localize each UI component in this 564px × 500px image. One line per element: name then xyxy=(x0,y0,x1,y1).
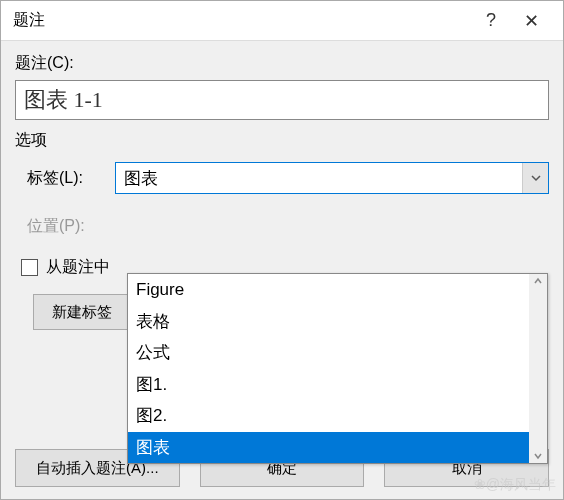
checkbox-box[interactable] xyxy=(21,259,38,276)
dropdown-scrollbar[interactable] xyxy=(529,274,547,463)
position-field-label: 位置(P): xyxy=(15,216,115,237)
dialog-content: 题注(C): 选项 标签(L): 图表 位置(P): 从题注中 新建标签 Fig… xyxy=(1,41,563,449)
dropdown-item-selected[interactable]: 图表 xyxy=(128,432,547,464)
help-icon[interactable]: ? xyxy=(471,10,511,31)
label-combobox-text: 图表 xyxy=(116,167,522,190)
caption-input[interactable] xyxy=(15,80,549,120)
position-option-row: 位置(P): xyxy=(15,209,549,243)
dropdown-item[interactable]: Figure xyxy=(128,274,547,306)
dropdown-item[interactable]: 公式 xyxy=(128,337,547,369)
options-section-label: 选项 xyxy=(15,130,549,151)
chevron-down-icon[interactable] xyxy=(522,163,548,193)
caption-label: 题注(C): xyxy=(15,53,549,74)
chevron-up-icon xyxy=(534,277,542,285)
new-label-button[interactable]: 新建标签 xyxy=(33,294,131,330)
chevron-down-icon xyxy=(534,452,542,460)
label-option-row: 标签(L): 图表 xyxy=(15,161,549,195)
label-dropdown-list[interactable]: Figure 表格 公式 图1. 图2. 图表 xyxy=(127,273,548,464)
close-icon[interactable]: ✕ xyxy=(511,10,551,32)
dropdown-item[interactable]: 表格 xyxy=(128,306,547,338)
label-field-label: 标签(L): xyxy=(15,168,115,189)
dropdown-item[interactable]: 图2. xyxy=(128,400,547,432)
caption-dialog: 题注 ? ✕ 题注(C): 选项 标签(L): 图表 位置(P): 从题注中 新… xyxy=(0,0,564,500)
titlebar: 题注 ? ✕ xyxy=(1,1,563,41)
dropdown-item[interactable]: 图1. xyxy=(128,369,547,401)
window-title: 题注 xyxy=(13,10,471,31)
label-combobox[interactable]: 图表 xyxy=(115,162,549,194)
checkbox-label: 从题注中 xyxy=(46,257,110,278)
